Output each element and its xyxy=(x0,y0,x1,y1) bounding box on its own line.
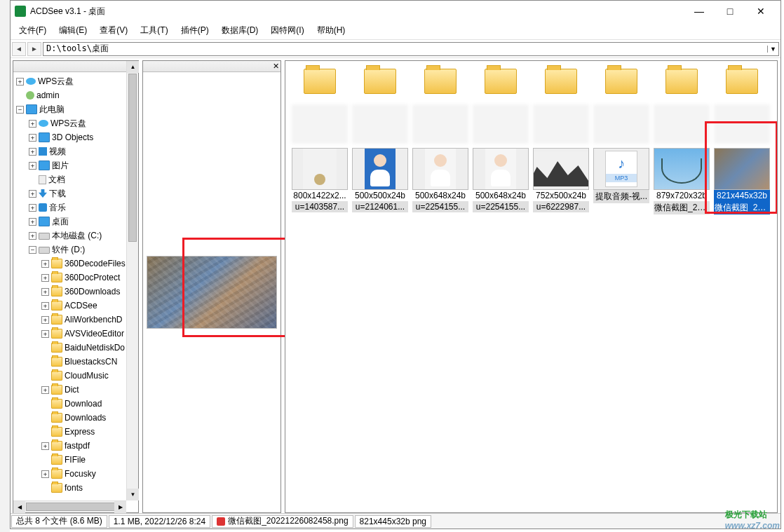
tree-node[interactable]: +Focusky xyxy=(13,467,138,481)
menu-item[interactable]: 工具(T) xyxy=(135,23,173,38)
folder-icon xyxy=(51,427,62,437)
tree-node[interactable]: +ACDSee xyxy=(13,299,138,313)
thumbnail-image xyxy=(485,149,516,189)
tree-hscroll[interactable]: ◀ ▶ xyxy=(13,500,126,512)
scroll-right-icon[interactable]: ▶ xyxy=(114,501,126,513)
expand-toggle-icon[interactable]: + xyxy=(41,302,49,310)
address-dropdown-button[interactable]: ▼ xyxy=(767,46,778,53)
address-input[interactable] xyxy=(43,44,767,54)
menu-item[interactable]: 编辑(E) xyxy=(53,23,93,38)
menu-item[interactable]: 因特网(I) xyxy=(265,23,309,38)
expand-toggle-icon[interactable]: + xyxy=(41,260,49,268)
tree-node[interactable]: +360Downloads xyxy=(13,285,138,299)
scroll-left-icon[interactable]: ◀ xyxy=(13,501,25,513)
folder-thumb[interactable] xyxy=(290,67,350,96)
tree-node[interactable]: +fastpdf xyxy=(13,439,138,453)
tree-node[interactable]: +Dict xyxy=(13,383,138,397)
tree-label: 音乐 xyxy=(49,202,66,214)
tree-node[interactable]: fonts xyxy=(13,481,138,495)
tree-node[interactable]: CloudMusic xyxy=(13,369,138,383)
tree-node[interactable]: Download xyxy=(13,397,138,411)
expand-toggle-icon[interactable]: + xyxy=(41,316,49,324)
tree-node[interactable]: −此电脑 xyxy=(13,102,138,116)
nav-fwd-button[interactable]: ► xyxy=(27,42,41,56)
menu-item[interactable]: 插件(P) xyxy=(175,23,215,38)
thumbnail-list[interactable]: 800x1422x2...u=1403587...500x500x24bu=21… xyxy=(285,61,777,512)
tree-node[interactable]: +下载 xyxy=(13,186,138,200)
tree-node[interactable]: +3D Objects xyxy=(13,130,138,144)
folder-thumb[interactable] xyxy=(651,67,712,96)
expand-toggle-icon[interactable]: + xyxy=(29,190,36,198)
tree-node[interactable]: 文档 xyxy=(13,172,138,186)
expand-toggle-icon[interactable]: + xyxy=(29,120,36,128)
expand-toggle-icon[interactable]: + xyxy=(41,386,49,394)
scroll-thumb[interactable] xyxy=(26,503,124,511)
tree-node[interactable]: +AVSVideoEditor xyxy=(13,327,138,341)
tree-node[interactable]: +图片 xyxy=(13,158,138,172)
tree-node[interactable]: +AliWorkbenchD xyxy=(13,313,138,327)
folder-thumb[interactable] xyxy=(410,67,471,96)
expand-toggle-icon[interactable]: + xyxy=(29,232,36,240)
menu-item[interactable]: 数据库(D) xyxy=(216,23,264,38)
expand-toggle-icon[interactable]: + xyxy=(41,442,49,450)
expand-toggle-icon[interactable]: + xyxy=(16,78,24,86)
tree-node[interactable]: admin xyxy=(13,88,138,102)
tree-vscroll[interactable]: ▲ ▼ xyxy=(126,61,138,500)
scroll-up-icon[interactable]: ▲ xyxy=(127,61,139,73)
file-thumb[interactable]: 提取音频-视... xyxy=(591,148,651,214)
file-thumb[interactable]: 800x1422x2...u=1403587... xyxy=(290,148,350,214)
tree-node[interactable]: BaiduNetdiskDo xyxy=(13,341,138,355)
tree-node[interactable]: +音乐 xyxy=(13,200,138,214)
file-thumb[interactable]: 879x720x32b微信截图_20... xyxy=(651,148,712,214)
tree-node[interactable]: Express xyxy=(13,425,138,439)
expand-toggle-icon[interactable]: + xyxy=(29,218,36,226)
tree-node[interactable]: FIFile xyxy=(13,453,138,467)
tree-node[interactable]: BluestacksCN xyxy=(13,355,138,369)
file-thumb[interactable]: 500x648x24bu=2254155... xyxy=(410,148,471,214)
expand-toggle-icon[interactable]: + xyxy=(41,330,49,338)
tree-node[interactable]: −软件 (D:) xyxy=(13,243,138,257)
folder-thumb[interactable] xyxy=(350,67,410,96)
maximize-button[interactable]: □ xyxy=(715,1,745,21)
tree-node[interactable]: Downloads xyxy=(13,411,138,425)
expand-toggle-icon[interactable]: + xyxy=(29,148,36,156)
scroll-down-icon[interactable]: ▼ xyxy=(127,489,139,500)
folder-tree[interactable]: +WPS云盘admin−此电脑+WPS云盘+3D Objects+视频+图片文档… xyxy=(13,72,138,512)
expand-toggle-icon[interactable]: + xyxy=(41,274,49,282)
menu-item[interactable]: 文件(F) xyxy=(13,23,52,38)
file-thumb[interactable]: 500x500x24bu=2124061... xyxy=(350,148,410,214)
expand-toggle-icon[interactable]: − xyxy=(29,246,36,254)
folder-thumb[interactable] xyxy=(531,67,591,96)
tree-node[interactable]: +360DocProtect xyxy=(13,271,138,285)
file-thumb[interactable]: 500x648x24bu=2254155... xyxy=(471,148,531,214)
menu-item[interactable]: 帮助(H) xyxy=(311,23,351,38)
expand-toggle-icon[interactable]: + xyxy=(29,162,36,170)
folder-thumb[interactable] xyxy=(591,67,651,96)
menu-item[interactable]: 查看(V) xyxy=(94,23,133,38)
nav-back-button[interactable]: ◄ xyxy=(12,42,26,56)
tree-node[interactable]: +本地磁盘 (C:) xyxy=(13,229,138,243)
expand-toggle-icon[interactable]: + xyxy=(41,470,49,478)
preview-image[interactable] xyxy=(147,256,277,329)
expand-toggle-icon[interactable]: + xyxy=(29,134,36,142)
thumb-dimensions: 500x648x24b xyxy=(412,190,468,201)
preview-pane-close-icon[interactable]: ✕ xyxy=(273,62,279,70)
folder-thumb[interactable] xyxy=(712,67,772,96)
folder-icon xyxy=(51,329,62,339)
tree-node[interactable]: +WPS云盘 xyxy=(13,116,138,130)
expand-toggle-icon[interactable]: − xyxy=(16,106,24,114)
folder-icon xyxy=(51,469,62,479)
expand-toggle-icon[interactable]: + xyxy=(29,204,36,212)
tree-node[interactable]: +桌面 xyxy=(13,214,138,229)
minimize-button[interactable]: — xyxy=(684,1,715,21)
scroll-thumb[interactable] xyxy=(128,74,137,242)
file-thumb[interactable]: 752x500x24bu=6222987... xyxy=(531,148,591,214)
file-thumb[interactable]: 821x445x32b微信截图_20... xyxy=(712,148,772,214)
thumb-blurred xyxy=(290,104,350,144)
close-button[interactable]: ✕ xyxy=(745,1,776,21)
tree-node[interactable]: +视频 xyxy=(13,144,138,158)
tree-node[interactable]: +360DecodeFiles xyxy=(13,257,138,271)
tree-node[interactable]: +WPS云盘 xyxy=(13,74,138,88)
expand-toggle-icon[interactable]: + xyxy=(41,288,49,296)
folder-thumb[interactable] xyxy=(471,67,531,96)
